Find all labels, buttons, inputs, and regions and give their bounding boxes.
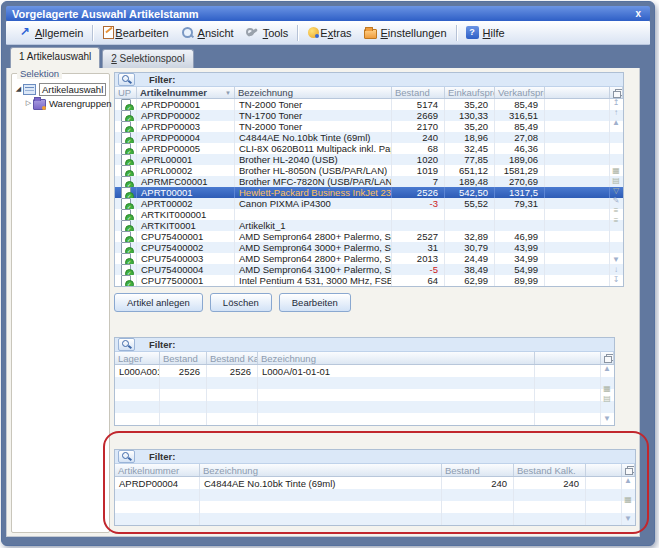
column-header-bestand-kalk-[interactable]: Bestand Kalk..: [207, 352, 258, 364]
column-header-empty[interactable]: [545, 87, 610, 98]
grid-cell: 240: [514, 477, 586, 489]
grid-cell: APRDP00005: [137, 143, 235, 154]
grid-cell: [258, 377, 535, 389]
column-chooser-icon[interactable]: [601, 352, 614, 364]
table-row[interactable]: [115, 513, 635, 525]
tab-2-selektionspool[interactable]: 2 Selektionspool: [102, 49, 193, 68]
column-header-bestand[interactable]: Bestand: [160, 352, 207, 364]
table-row[interactable]: APRL00001Brother HL-2040 (USB)102077,851…: [115, 154, 623, 165]
table-row[interactable]: ARTKIT0001Artikelkit_1: [115, 220, 623, 231]
table-row[interactable]: [115, 413, 614, 425]
table-row[interactable]: APRDP00003TN-2000 Toner217035,2085,49: [115, 121, 623, 132]
card-view-icon[interactable]: ▤: [612, 176, 620, 186]
scroll-up-icon[interactable]: ▲: [624, 476, 632, 486]
table-row[interactable]: CPU75400001AMD Sempron64 2800+ Palermo, …: [115, 231, 623, 242]
menu-item-einstellungen[interactable]: Einstellungen: [358, 23, 453, 42]
table-row[interactable]: APRDP00001TN-2000 Toner517435,2085,49: [115, 99, 623, 110]
grid-scrollbar[interactable]: ▲▦▼: [622, 476, 634, 524]
column-header-empty[interactable]: [586, 464, 622, 476]
create-article-button[interactable]: Artikel anlegen: [114, 293, 203, 312]
table-row[interactable]: [115, 489, 635, 501]
table-row[interactable]: [115, 401, 614, 413]
article-document-check-icon: [121, 253, 131, 264]
column-chooser-icon[interactable]: [625, 466, 631, 474]
column-header-up[interactable]: UP: [115, 87, 137, 98]
list-alt-icon[interactable]: ≡: [614, 216, 619, 226]
filter-search-icon[interactable]: [118, 450, 135, 463]
column-header-einkaufspreis[interactable]: Einkaufspreis: [445, 87, 495, 98]
expanded-icon[interactable]: ◢: [14, 85, 23, 93]
table-row[interactable]: CPU75400004AMD Sempron64 3100+ Palermo, …: [115, 264, 623, 275]
article-document-check-icon: [121, 154, 131, 165]
column-header-bezeichnung[interactable]: Bezeichnung: [200, 464, 442, 476]
close-icon[interactable]: x: [632, 8, 644, 19]
table-row[interactable]: ARTKIT000001: [115, 209, 623, 220]
table-row[interactable]: APRMFC00001Brother MFC-7820N (USB/PAR/LA…: [115, 176, 623, 187]
table-row[interactable]: [115, 389, 614, 401]
card-view-icon[interactable]: ▤: [603, 394, 611, 404]
menu-item-ansicht[interactable]: Ansicht: [175, 23, 240, 42]
table-row[interactable]: APRL00002Brother HL-8050N (USB/PAR/LAN)1…: [115, 165, 623, 176]
table-row[interactable]: CPU77500001Intel Pentium 4 531, 3000 MHz…: [115, 275, 623, 286]
table-row[interactable]: CPU75400003AMD Sempron64 2800+ Palermo, …: [115, 253, 623, 264]
table-row[interactable]: APRDP00005CLI-8X 0620B011 Multipack inkl…: [115, 143, 623, 154]
edit-icon[interactable]: ✎: [613, 196, 620, 206]
menu-item-allgemein[interactable]: ↗Allgemein: [12, 23, 89, 42]
column-header-bestand-kalk-[interactable]: Bestand Kalk.: [514, 464, 586, 476]
grid-view-icon[interactable]: ▦: [612, 166, 620, 176]
scroll-down-icon[interactable]: ▼: [603, 414, 611, 424]
menu-item-bearbeiten[interactable]: Bearbeiten: [96, 23, 174, 42]
grid-scrollbar[interactable]: ▲▦▤▼: [601, 364, 613, 424]
column-header-bestand[interactable]: Bestand: [392, 87, 445, 98]
table-row[interactable]: APRDP00004C4844AE No.10bk Tinte (69ml)24…: [115, 132, 623, 143]
table-row[interactable]: [115, 377, 614, 389]
filter-search-icon[interactable]: [118, 73, 135, 86]
table-row[interactable]: APRT00001Hewlett-Packard Business InkJet…: [115, 187, 623, 198]
tree-item-warengruppen[interactable]: ▷Warengruppen: [14, 96, 107, 110]
menu-item-extras[interactable]: Extras: [301, 23, 357, 42]
scroll-down-icon[interactable]: ▼: [624, 514, 632, 524]
page-up-icon[interactable]: ▲: [612, 118, 620, 128]
column-chooser-icon[interactable]: [613, 89, 619, 97]
table-row[interactable]: APRDP00004C4844AE No.10bk Tinte (69ml)24…: [115, 477, 635, 489]
tab-1-artikelauswahl[interactable]: 1 Artikelauswahl: [10, 47, 100, 68]
grid-view-icon[interactable]: ▦: [624, 495, 632, 505]
column-chooser-icon[interactable]: [622, 464, 635, 476]
column-header-artikelnummer[interactable]: Artikelnummer▼: [137, 87, 235, 98]
article-document-check-icon: [121, 121, 131, 132]
filter-icon[interactable]: ▽: [613, 186, 619, 196]
table-row[interactable]: CPU75400002AMD Sempron64 3000+ Palermo, …: [115, 242, 623, 253]
column-chooser-icon[interactable]: [610, 87, 623, 98]
tree-item-artikelauswahl[interactable]: ◢Artikelauswahl: [14, 82, 107, 96]
scroll-up-icon[interactable]: ▲: [603, 364, 611, 374]
page-down-icon[interactable]: ▼: [612, 255, 620, 265]
column-header-verkaufspreis[interactable]: Verkaufspreis: [495, 87, 545, 98]
column-header-artikelnummer[interactable]: Artikelnummer: [115, 464, 200, 476]
table-row[interactable]: L000A00125262526L000A/01-01-01: [115, 365, 614, 377]
filter-search-icon[interactable]: [118, 338, 135, 351]
column-header-bezeichnung[interactable]: Bezeichnung: [258, 352, 535, 364]
column-header-lager[interactable]: Lager: [115, 352, 160, 364]
scroll-top-icon[interactable]: ↥: [613, 98, 620, 108]
table-row[interactable]: APRT00002Canon PIXMA iP4300-355,5279,31: [115, 198, 623, 209]
table-row[interactable]: [115, 501, 635, 513]
row-status-cell: [115, 198, 137, 209]
delete-button[interactable]: Löschen: [210, 293, 272, 312]
list-icon[interactable]: ≡: [614, 206, 619, 216]
row-down-icon[interactable]: ↓: [614, 265, 618, 275]
grid-scrollbar[interactable]: ↥↑▲▦▤▽✎≡≡▼↓↧: [610, 98, 622, 285]
table-row[interactable]: APRDP00002TN-1700 Toner2669130,33316,51: [115, 110, 623, 121]
collapsed-icon[interactable]: ▷: [24, 99, 33, 107]
grid-view-icon[interactable]: ▦: [603, 384, 611, 394]
column-header-bestand[interactable]: Bestand: [442, 464, 514, 476]
row-up-icon[interactable]: ↑: [614, 108, 618, 118]
column-chooser-icon[interactable]: [604, 354, 610, 362]
window-frame: Vorgelagerte Auswahl Artikelstamm x ↗All…: [1, 1, 655, 546]
selektion-groupbox: Selektion ◢Artikelauswahl▷Warengruppen: [11, 73, 110, 533]
column-header-empty[interactable]: [535, 352, 601, 364]
menu-item-tools[interactable]: Tools: [240, 23, 295, 42]
menu-item-hilfe[interactable]: ?Hilfe: [460, 23, 511, 42]
scroll-bottom-icon[interactable]: ↧: [613, 275, 620, 285]
column-header-bezeichnung[interactable]: Bezeichnung: [235, 87, 392, 98]
edit-button[interactable]: Bearbeiten: [279, 293, 351, 312]
